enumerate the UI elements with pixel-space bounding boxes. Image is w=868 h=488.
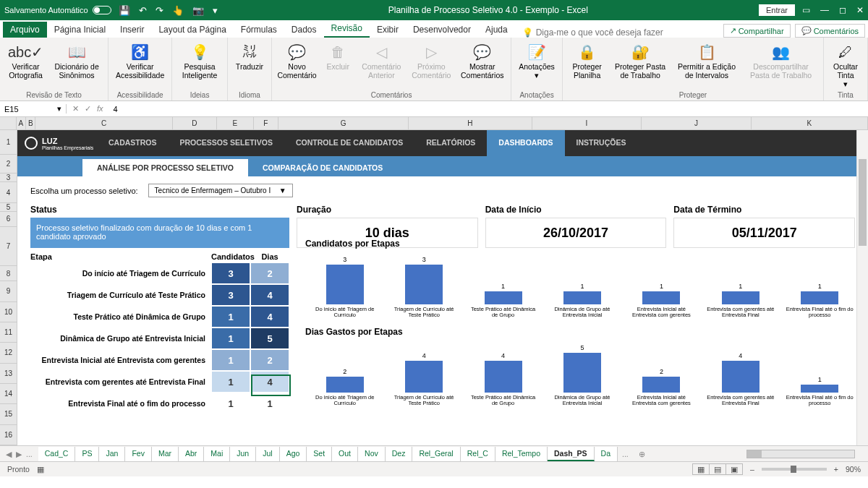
notes-button[interactable]: 📝Anotações▾: [516, 40, 558, 81]
sheet-tab-Nov[interactable]: Nov: [358, 447, 386, 461]
save-icon[interactable]: 💾: [119, 5, 130, 16]
sub-tab-0[interactable]: ANÁLISE POR PROCESSO SELETIVO: [82, 159, 248, 176]
tab-home[interactable]: Página Inicial: [47, 22, 113, 38]
sheet-tab-Rel_Geral[interactable]: Rel_Geral: [412, 447, 460, 461]
row-header-15[interactable]: 15: [0, 404, 17, 424]
confirm-formula-icon[interactable]: ✓: [85, 104, 91, 114]
sheet-tab-Dash_PS[interactable]: Dash_PS: [548, 447, 595, 461]
row-header-13[interactable]: 13: [0, 364, 17, 384]
row-header-6[interactable]: 6: [0, 212, 17, 227]
dash-nav-1[interactable]: PROCESSOS SELETIVOS: [169, 139, 284, 147]
tell-me-search[interactable]: 💡 Diga-me o que você deseja fazer: [515, 27, 723, 38]
horizontal-scrollbar[interactable]: [651, 450, 868, 458]
row-header-12[interactable]: 12: [0, 343, 17, 363]
ribbon-options-icon[interactable]: ▭: [802, 5, 810, 15]
sheet-tab-Rel_C[interactable]: Rel_C: [461, 447, 495, 461]
sheet-tab-Rel_Tempo[interactable]: Rel_Tempo: [495, 447, 548, 461]
etapa-candidatos[interactable]: 1: [211, 371, 250, 393]
chevron-down-icon[interactable]: ▾: [57, 104, 61, 114]
sub-tab-1[interactable]: COMPARAÇÃO DE CANDIDATOS: [248, 159, 397, 176]
thesaurus-button[interactable]: 📖Dicionário de Sinônimos: [50, 40, 103, 81]
col-header-B[interactable]: B: [26, 117, 35, 129]
minimize-icon[interactable]: —: [820, 5, 829, 15]
fx-icon[interactable]: fx: [97, 104, 103, 114]
row-header-16[interactable]: 16: [0, 425, 17, 445]
view-mode-buttons[interactable]: ▦▤▣: [693, 465, 743, 474]
zoom-level[interactable]: 90%: [846, 465, 861, 474]
show-comments-button[interactable]: 💬Mostrar Comentários: [458, 40, 506, 81]
row-header-14[interactable]: 14: [0, 384, 17, 404]
add-sheet-button[interactable]: ⊕: [633, 450, 651, 458]
col-header-A[interactable]: A: [17, 117, 26, 129]
sheet-tab-Jun[interactable]: Jun: [230, 447, 256, 461]
etapa-candidatos[interactable]: 1: [211, 393, 250, 414]
dash-nav-4[interactable]: DASHBOARDS: [487, 130, 564, 156]
etapa-dias[interactable]: 4: [250, 371, 289, 393]
row-header-11[interactable]: 11: [0, 322, 17, 343]
allow-edit-button[interactable]: 📋Permitir a Edição de Intervalos: [673, 40, 740, 81]
row-header-4[interactable]: 4: [0, 182, 17, 202]
etapa-candidatos[interactable]: 1: [211, 328, 250, 349]
accessibility-button[interactable]: ♿Verificar Acessibilidade: [113, 40, 167, 81]
row-header-2[interactable]: 2: [0, 155, 17, 174]
tab-developer[interactable]: Desenvolvedor: [406, 22, 478, 38]
spelling-button[interactable]: abc✓Verificar Ortografia: [4, 40, 47, 81]
sheet-tab-Out[interactable]: Out: [332, 447, 358, 461]
dash-nav-5[interactable]: INSTRUÇÕES: [565, 139, 638, 147]
name-box[interactable]: E15▾: [0, 104, 67, 114]
zoom-out-button[interactable]: –: [750, 465, 754, 474]
vertical-scrollbar[interactable]: [856, 130, 868, 445]
select-all-button[interactable]: [0, 117, 17, 129]
sheets-overflow[interactable]: ...: [618, 450, 633, 458]
zoom-in-button[interactable]: +: [834, 465, 838, 474]
maximize-icon[interactable]: ◻: [839, 5, 846, 15]
row-header-9[interactable]: 9: [0, 281, 17, 301]
row-header-10[interactable]: 10: [0, 302, 17, 322]
tab-review[interactable]: Revisão: [324, 20, 370, 38]
row-header-5[interactable]: 5: [0, 203, 17, 212]
sheet-tab-Jan[interactable]: Jan: [99, 447, 125, 461]
etapa-candidatos[interactable]: 3: [211, 262, 250, 284]
protect-workbook-button[interactable]: 🔐Proteger Pasta de Trabalho: [610, 40, 671, 81]
sheet-tab-PS[interactable]: PS: [75, 447, 99, 461]
sheet-prev-icon[interactable]: ◀: [6, 450, 12, 458]
redo-icon[interactable]: ↷: [156, 5, 163, 16]
cancel-formula-icon[interactable]: ✕: [72, 104, 79, 114]
sheet-tab-Dez[interactable]: Dez: [386, 447, 413, 461]
qat-more-icon[interactable]: ▾: [213, 5, 218, 16]
etapa-candidatos[interactable]: 1: [211, 306, 250, 328]
etapa-dias[interactable]: 2: [250, 262, 289, 284]
formula-input[interactable]: 4: [109, 105, 868, 114]
sheet-tab-Mai[interactable]: Mai: [204, 447, 230, 461]
camera-icon[interactable]: 📷: [192, 5, 204, 16]
col-header-I[interactable]: I: [532, 117, 642, 129]
comments-button[interactable]: 💬Comentários: [795, 24, 865, 38]
etapa-candidatos[interactable]: 1: [211, 349, 250, 371]
etapa-dias[interactable]: 4: [250, 306, 289, 328]
row-header-3[interactable]: 3: [0, 174, 17, 182]
tab-formulas[interactable]: Fórmulas: [234, 22, 284, 38]
sheet-tab-Fev[interactable]: Fev: [125, 447, 152, 461]
etapa-dias[interactable]: 5: [250, 328, 289, 349]
row-header-8[interactable]: 8: [0, 266, 17, 281]
translate-button[interactable]: ㍊Traduzir: [232, 40, 267, 72]
sheet-next-icon[interactable]: ▶: [16, 450, 22, 458]
tab-help[interactable]: Ajuda: [478, 22, 515, 38]
dash-nav-0[interactable]: CADASTROS: [97, 139, 169, 147]
share-button[interactable]: ↗Compartilhar: [723, 24, 791, 38]
etapa-dias[interactable]: 2: [250, 349, 289, 371]
etapa-dias[interactable]: 4: [250, 284, 289, 306]
sheets-more[interactable]: ...: [26, 450, 33, 458]
sheet-tab-Jul[interactable]: Jul: [256, 447, 279, 461]
etapa-dias[interactable]: 1: [250, 393, 289, 414]
sheet-tab-Da[interactable]: Da: [595, 447, 618, 461]
macro-record-icon[interactable]: ▦: [37, 465, 44, 474]
sheet-tab-Cad_C[interactable]: Cad_C: [38, 447, 76, 461]
autosave-toggle[interactable]: Salvamento Automático: [4, 6, 111, 14]
sheet-tab-Set[interactable]: Set: [307, 447, 332, 461]
row-header-1[interactable]: 1: [0, 130, 17, 155]
tab-file[interactable]: Arquivo: [3, 22, 47, 38]
col-header-D[interactable]: D: [173, 117, 217, 129]
col-header-K[interactable]: K: [752, 117, 868, 129]
smart-lookup-button[interactable]: 💡Pesquisa Inteligente: [176, 40, 223, 81]
